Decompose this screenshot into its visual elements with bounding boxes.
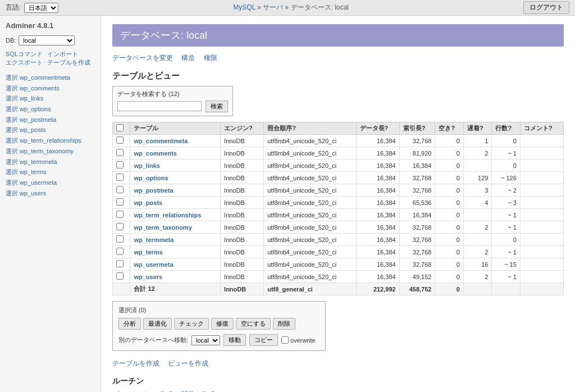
row-select-checkbox[interactable]: [116, 223, 124, 230]
row-select-checkbox[interactable]: [116, 161, 124, 168]
sidebar-nav-item[interactable]: 選択 wp_links: [6, 93, 95, 104]
select-all-checkbox[interactable]: [116, 124, 124, 131]
breadcrumb-db-label: データベース:: [291, 3, 333, 11]
row-select-checkbox[interactable]: [116, 186, 124, 193]
sidebar-nav-item[interactable]: 選択 wp_term_relationships: [6, 135, 95, 146]
table-link[interactable]: wp_postmeta: [134, 187, 173, 194]
table-link[interactable]: wp_options: [134, 175, 168, 181]
overwrite-checkbox[interactable]: [281, 336, 289, 344]
row-data-length: 16,384: [356, 246, 399, 258]
col-collation: 照合順序?: [264, 122, 356, 135]
table-link[interactable]: wp_usermeta: [134, 261, 173, 268]
create-view-link[interactable]: ビューを作成: [168, 359, 208, 367]
row-index-length: 49,152: [399, 271, 435, 283]
row-select-checkbox[interactable]: [116, 211, 124, 218]
row-comment: [520, 184, 563, 197]
table-link[interactable]: wp_posts: [134, 199, 162, 206]
sidebar-nav-item[interactable]: 選択 wp_postmeta: [6, 115, 95, 125]
create-table-link[interactable]: テーブルを作成: [112, 359, 159, 367]
row-checkbox: [113, 147, 130, 159]
table-link[interactable]: wp_users: [134, 274, 162, 280]
logout-button[interactable]: ログアウト: [523, 1, 569, 14]
db-privileges-link[interactable]: 権限: [204, 54, 217, 62]
table-link[interactable]: wp_term_taxonomy: [134, 224, 191, 231]
row-data-length: 16,384: [356, 234, 399, 246]
row-data-length: 16,384: [356, 258, 399, 271]
action-btn-削除[interactable]: 削除: [273, 318, 295, 330]
sidebar-nav-item[interactable]: 選択 wp_usermeta: [6, 177, 95, 188]
row-select-checkbox[interactable]: [116, 260, 124, 267]
row-select-checkbox[interactable]: [116, 198, 124, 206]
move-db-select[interactable]: local: [191, 335, 220, 345]
sidebar-nav-item[interactable]: 選択 wp_term_taxonomy: [6, 146, 95, 157]
sidebar-export-link[interactable]: エクスポート: [6, 59, 43, 66]
row-select-checkbox[interactable]: [116, 248, 124, 255]
row-select-checkbox[interactable]: [116, 136, 124, 144]
row-rows: ~ 1: [492, 246, 520, 258]
sidebar-nav-item[interactable]: 選択 wp_options: [6, 104, 95, 115]
row-checkbox: [113, 197, 130, 209]
row-rows: ~ 1: [492, 271, 520, 283]
row-engine: InnoDB: [221, 197, 264, 209]
row-index-length: 65,536: [399, 197, 435, 209]
overwrite-text: overwrite: [290, 337, 316, 344]
language-label: 言語:: [6, 3, 21, 12]
row-comment: [520, 271, 563, 283]
row-comment: [520, 135, 563, 147]
sidebar-nav-item[interactable]: 選択 wp_users: [6, 188, 95, 199]
action-btn-チェック[interactable]: チェック: [174, 318, 209, 330]
row-free: 0: [435, 159, 463, 172]
row-select-checkbox[interactable]: [116, 174, 124, 181]
breadcrumb-server[interactable]: サーバ: [263, 3, 283, 11]
sidebar-nav-item[interactable]: 選択 wp_posts: [6, 125, 95, 135]
action-btn-最適化[interactable]: 最適化: [143, 318, 172, 330]
row-select-checkbox[interactable]: [116, 272, 124, 280]
row-data-length: 16,384: [356, 147, 399, 159]
overwrite-label[interactable]: overwrite: [281, 336, 316, 344]
breadcrumb-mysql[interactable]: MySQL: [233, 3, 255, 11]
copy-button[interactable]: コピー: [249, 334, 278, 346]
row-name: wp_terms: [130, 246, 221, 258]
row-select-checkbox[interactable]: [116, 235, 124, 243]
row-comment: [520, 221, 563, 234]
table-link[interactable]: wp_links: [134, 162, 159, 169]
db-structure-link[interactable]: 構造: [181, 54, 195, 62]
table-row: wp_term_relationships InnoDB utf8mb4_uni…: [113, 209, 564, 221]
sidebar-nav-item[interactable]: 選択 wp_commentmeta: [6, 72, 95, 83]
action-btn-分析[interactable]: 分析: [118, 318, 141, 330]
sidebar-nav-item[interactable]: 選択 wp_terms: [6, 167, 95, 177]
table-row: wp_term_taxonomy InnoDB utf8mb4_unicode_…: [113, 221, 564, 234]
sidebar-links: SQLコマンド インポート エクスポート テーブルを作成: [6, 50, 95, 67]
row-free: 0: [435, 147, 463, 159]
search-button[interactable]: 検索: [206, 101, 228, 112]
row-engine: InnoDB: [221, 159, 264, 172]
total-label: 合計 12: [130, 283, 221, 295]
table-link[interactable]: wp_commentmeta: [134, 138, 188, 144]
row-name: wp_posts: [130, 197, 221, 209]
db-select[interactable]: local: [19, 35, 75, 45]
sidebar-nav-item[interactable]: 選択 wp_termmeta: [6, 157, 95, 167]
row-fragmented: 129: [463, 172, 491, 184]
move-row: 別のデータベースへ移動: local 移動 コピー overwrite: [118, 334, 320, 346]
sidebar-nav-item[interactable]: 選択 wp_comments: [6, 83, 95, 94]
move-button[interactable]: 移動: [223, 334, 246, 346]
sidebar-import-link[interactable]: インポート: [47, 51, 78, 57]
search-input[interactable]: [117, 101, 202, 111]
action-btn-修復[interactable]: 修復: [211, 318, 234, 330]
row-checkbox: [113, 135, 130, 147]
sidebar-sql-link[interactable]: SQLコマンド: [6, 51, 43, 57]
row-select-checkbox[interactable]: [116, 149, 124, 156]
table-link[interactable]: wp_terms: [134, 249, 162, 256]
sidebar-create-table-link[interactable]: テーブルを作成: [47, 59, 90, 66]
row-collation: utf8mb4_unicode_520_ci: [264, 246, 356, 258]
table-link[interactable]: wp_term_relationships: [134, 212, 201, 218]
language-select[interactable]: 日本語: [24, 3, 58, 13]
table-link[interactable]: wp_comments: [134, 150, 176, 157]
col-comment: コメント?: [520, 122, 563, 135]
row-free: 0: [435, 258, 463, 271]
row-rows: ~ 3: [492, 197, 520, 209]
table-link[interactable]: wp_termmeta: [134, 236, 174, 243]
action-btn-空にする[interactable]: 空にする: [236, 318, 271, 330]
search-label: データを検索する (12): [117, 90, 228, 98]
db-change-link[interactable]: データベースを変更: [112, 54, 173, 62]
